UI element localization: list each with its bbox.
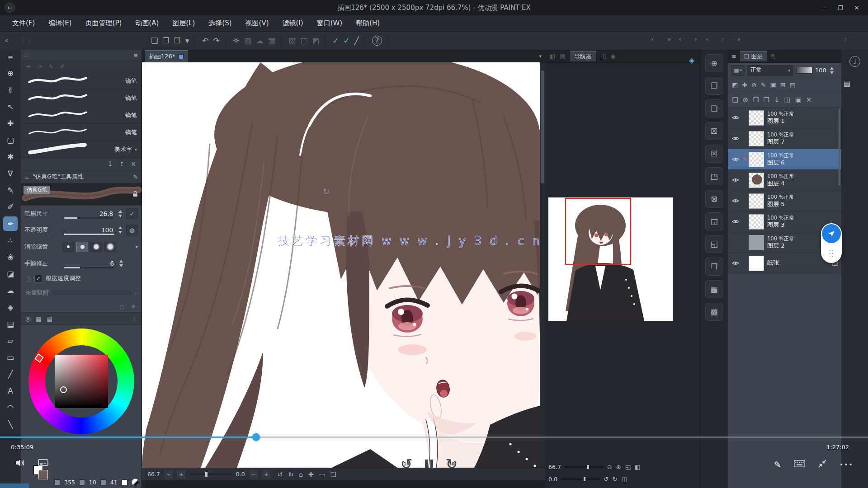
brush-size-field[interactable]: 26.8 (62, 209, 115, 219)
menu-item-4[interactable]: 图层(L) (165, 15, 202, 32)
new-folder-icon[interactable]: ❐ (753, 96, 759, 104)
deselect-icon[interactable]: ◩ (312, 36, 319, 45)
layer-edit-pen-icon[interactable]: ✎ (741, 156, 749, 163)
rotate-left-icon[interactable]: ↺ (278, 471, 283, 478)
panel-chevron-icon[interactable]: › (844, 36, 847, 42)
layer-row[interactable]: 100 %正常图层 4 (728, 170, 841, 191)
subtool-item[interactable]: 镝笔 (21, 124, 142, 141)
import-subtool-icon[interactable]: ↧ (108, 160, 113, 168)
save-file-icon[interactable]: ❒ (174, 36, 181, 45)
opacity-field[interactable]: 100 (62, 225, 115, 235)
color-slider-tab-icon[interactable]: ▦ (36, 315, 41, 322)
fill-tool[interactable]: ◈ (3, 300, 18, 314)
close-button[interactable]: ✕ (850, 2, 863, 14)
mask-enable-icon[interactable]: ⊠ (780, 81, 786, 89)
ruler-show-icon[interactable]: ▤ (789, 81, 795, 89)
assistant-bubble-icon[interactable] (822, 224, 841, 243)
opacity-mode-button[interactable]: ◍ (126, 225, 138, 235)
tool-property-menu-icon[interactable]: ≡ (24, 174, 29, 180)
quick-access-tab-icon[interactable]: ◧ (550, 53, 555, 60)
tab-navigator[interactable]: 导航器 (570, 51, 596, 61)
airbrush-tool[interactable]: ∴ (3, 233, 18, 248)
navigator-rotation-slider[interactable] (561, 479, 600, 480)
fit-screen-icon[interactable]: ✚ (308, 471, 314, 478)
lock-icon[interactable] (132, 191, 138, 198)
pen-tool[interactable]: ✒ (3, 216, 18, 231)
material-download-icon[interactable]: ▩ (705, 303, 723, 321)
pencil-category-icon[interactable]: ✑ (38, 63, 42, 70)
zoom-slider[interactable] (190, 474, 231, 475)
saturation-value-square[interactable] (55, 355, 108, 408)
anti-aliasing-caret-icon[interactable]: ▾ (136, 244, 138, 249)
layer-visibility-eye-icon[interactable] (730, 219, 741, 224)
subtool-grip-icon[interactable]: ∷ (24, 52, 28, 58)
material-pose-icon[interactable]: ⊠ (705, 190, 723, 208)
pen-category-icon[interactable]: ✒ (26, 63, 31, 70)
information-icon[interactable]: i (849, 56, 860, 67)
ruler-tool[interactable]: ╱ (3, 367, 18, 381)
color-wheel-tab-icon[interactable]: ◎ (25, 315, 30, 322)
straight-line-icon[interactable]: ╱ (354, 36, 359, 45)
canvas-list-caret-icon[interactable]: ▾ (539, 53, 542, 59)
panel-chevron-icon[interactable]: › (722, 36, 724, 42)
tab-layer[interactable]: ❏ 图层 (740, 51, 767, 61)
panel-chevron-icon[interactable]: › (651, 36, 653, 42)
apply-mask-icon[interactable]: ▣ (795, 96, 802, 104)
auto-select-tool[interactable]: ✱ (3, 150, 18, 164)
canvas-tab-modified-dot[interactable] (179, 54, 184, 59)
rotate-right-icon[interactable]: ↻ (288, 471, 293, 478)
forward-30-button[interactable]: ↻30 (443, 455, 460, 473)
menu-item-8[interactable]: 窗口(W) (310, 15, 349, 32)
zoom-in-icon[interactable]: ⊕ (616, 464, 621, 470)
layer-list-scrollbar[interactable] (839, 108, 840, 185)
menu-item-9[interactable]: 帮助(H) (349, 15, 387, 32)
menu-item-0[interactable]: 文件(F) (5, 15, 42, 32)
clip-to-layer-icon[interactable]: ◩ (732, 81, 738, 89)
property-settings-icon[interactable]: ❖ (131, 303, 136, 310)
actual-size-icon[interactable]: ◧ (635, 464, 640, 470)
layer-visibility-eye-icon[interactable] (730, 157, 741, 162)
object-tool[interactable]: ↖ (3, 99, 18, 114)
marquee-tool[interactable]: ▢ (3, 133, 18, 147)
menu-item-6[interactable]: 视图(V) (239, 15, 276, 32)
subtool-item[interactable]: 镝笔 (21, 72, 142, 89)
stroke-preview-icon[interactable]: ◷ (119, 303, 124, 310)
rewind-10-button[interactable]: ↺10 (398, 455, 415, 473)
back-button[interactable]: ← (5, 2, 15, 13)
eraser-tool[interactable]: ◪ (3, 267, 18, 281)
material-primitive-icon[interactable]: ◲ (705, 212, 723, 230)
invert-selection-icon[interactable]: ◫ (300, 36, 307, 45)
vector-snap-slider[interactable] (52, 291, 131, 295)
color-set-tab-icon[interactable]: ▤ (47, 315, 52, 322)
help-icon[interactable]: ? (372, 36, 382, 46)
layer-visibility-eye-icon[interactable] (730, 136, 741, 141)
subtool-caret-icon[interactable]: ▾ (135, 147, 137, 152)
annotate-pencil-icon[interactable]: ✎ (774, 460, 781, 469)
new-window-icon[interactable]: ❏ (330, 471, 336, 478)
panel-chevron-icon[interactable]: ‹ (679, 36, 681, 42)
delete-layer-icon[interactable]: ✕ (806, 96, 812, 104)
new-vector-layer-icon[interactable]: ⊕ (742, 96, 748, 104)
anti-aliasing-option-0[interactable] (62, 242, 74, 252)
menu-item-1[interactable]: 编辑(E) (42, 15, 78, 32)
layer-thumbnail[interactable] (749, 256, 764, 271)
figure-tool[interactable]: ▱ (3, 333, 18, 348)
assistant-drag-handle[interactable] (829, 249, 834, 257)
canvas-viewport[interactable]: ↻ 技艺学习素材网 w w w . j y 3 d . c n (142, 62, 540, 468)
layer-visibility-eye-icon[interactable] (730, 178, 741, 183)
tool-property-pen-icon[interactable]: ✎ (133, 174, 138, 180)
layer-thumbnail[interactable] (749, 214, 764, 230)
new-raster-layer-icon[interactable]: ❏ (732, 96, 738, 104)
layer-panel-menu-icon[interactable]: ≡ (731, 53, 736, 60)
material-color-pattern-icon[interactable]: ❐ (705, 77, 723, 95)
frame-tool[interactable]: ▭ (3, 350, 18, 365)
zoom-minus-button[interactable]: − (165, 470, 173, 479)
volume-level-strip[interactable] (0, 483, 29, 488)
marker-category-icon[interactable]: ✐ (60, 63, 65, 70)
speed-adjust-checkbox[interactable]: ✓ (34, 275, 42, 282)
layer-thumbnail[interactable] (749, 173, 764, 188)
rotate-plus-button[interactable]: + (262, 470, 270, 479)
stabilization-stepper[interactable] (118, 259, 124, 267)
menu-item-5[interactable]: 选择(S) (202, 15, 238, 32)
layer-visibility-eye-icon[interactable] (730, 261, 741, 266)
